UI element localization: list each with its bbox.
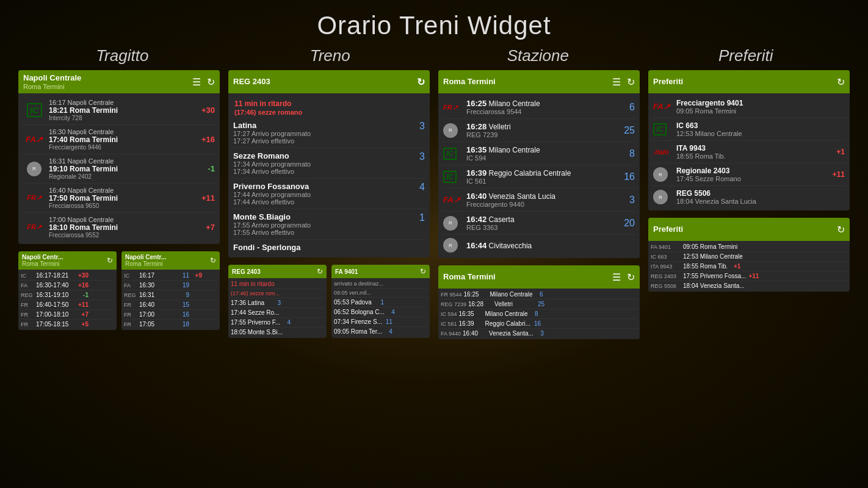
stop-num: 3: [413, 151, 425, 162]
small-row: 06:52 Bologna C... 4: [334, 307, 427, 317]
small-body: FR 9544 16:25 Milano Centrale 6 REG 7239…: [438, 289, 640, 339]
treno-widget: REG 2403 ↻ 11 min in ritardo(17:46) sezz…: [228, 70, 430, 257]
col-header-treno: Treno: [233, 46, 428, 65]
preferiti-refresh-icon[interactable]: ↻: [837, 76, 845, 88]
staz-row: R 16:42 Caserta REG 3363 20: [442, 212, 636, 235]
stazione-small-title: Roma Termini: [443, 272, 496, 282]
staz-num: 25: [621, 125, 635, 136]
stop-name: Monte S.Biagio 17:55 Arrivo programmato …: [233, 212, 413, 236]
small-row: IC 16:17-18:21 +30: [21, 271, 114, 281]
stazione-small-refresh-icon[interactable]: ↻: [627, 271, 635, 283]
pref-logo: .italo: [653, 148, 673, 156]
stop-name: Fondi - Sperlonga: [233, 243, 413, 252]
small-row: REG 16:31-19:10 -1: [21, 290, 114, 300]
train-delay: +16: [197, 135, 215, 144]
preferiti-header: Preferiti ↻: [648, 70, 850, 93]
stazione-title: Roma Termini: [443, 77, 496, 87]
train-info: 16:17 Napoli Centrale 18:21 Roma Termini…: [49, 99, 197, 121]
staz-row: R 16:44 Civitavecchia: [442, 235, 636, 256]
stazione-small-header-icons: ☰ ↻: [612, 271, 635, 283]
small-row: FR 16:40 15: [124, 300, 217, 310]
staz-row: IC 16:39 Reggio Calabria Centrale IC 561…: [442, 165, 636, 188]
tragitto-small-1: Napoli Centr... Roma Termini ↻ IC 16:17-…: [18, 251, 117, 330]
treno-small-grid: REG 2403 ↻ 11 min in ritardo (17:46) sez…: [228, 265, 430, 338]
stazione-column: Roma Termini ☰ ↻ FR↗ 16:25 Milano Centra…: [438, 70, 640, 339]
preferiti-small-widget: Preferiti ↻ FA 9401 09:05 Roma Termini I…: [648, 218, 850, 292]
small-refresh-icon[interactable]: ↻: [210, 256, 216, 265]
tragitto-menu-icon[interactable]: ☰: [192, 76, 201, 88]
staz-logo: R: [443, 216, 463, 231]
small-refresh-icon[interactable]: ↻: [107, 256, 113, 265]
small-row: IC 16:17 11 +9: [124, 271, 217, 281]
small-row: 17:55 Priverno F... 4: [231, 318, 324, 328]
staz-logo: IC: [443, 173, 463, 181]
train-info: 16:40 Napoli Centrale 17:50 Roma Termini…: [49, 187, 197, 209]
small-row: REG 7239 16:28 Velletri 25: [441, 300, 637, 309]
small-body: FA 9401 09:05 Roma Termini IC 663 12:53 …: [648, 241, 850, 292]
small-row: FA 9401 09:05 Roma Termini: [651, 242, 847, 252]
staz-row: IC 16:35 Milano Centrale IC 594 8: [442, 142, 636, 165]
pref-row: .italo ITA 9943 18:55 Roma Tib. +1: [652, 141, 846, 163]
staz-info: 16:35 Milano Centrale IC 594: [466, 145, 621, 162]
small-header: Napoli Centr... Roma Termini ↻: [18, 251, 117, 270]
small-row: FA 9440 16:40 Venezia Santa... 3: [441, 329, 637, 338]
stazione-widget: Roma Termini ☰ ↻ FR↗ 16:25 Milano Centra…: [438, 70, 640, 258]
treno-stop-row: Fondi - Sperlonga: [232, 240, 426, 255]
staz-logo: R: [443, 123, 463, 138]
small-body: arrivato a destinaz... 09:05 ven.mil... …: [331, 278, 430, 337]
pref-info: Regionale 2403 17:45 Sezze Romano: [676, 167, 830, 182]
treno-header: REG 2403 ↻: [228, 70, 430, 93]
small-row: 07:34 Firenze S... 11: [334, 317, 427, 327]
treno-column: REG 2403 ↻ 11 min in ritardo(17:46) sezz…: [228, 70, 430, 339]
train-delay: +11: [197, 193, 215, 203]
small-row: FR 17:05 18: [124, 320, 217, 329]
small-row: IC 594 16:35 Milano Centrale 8: [441, 309, 637, 319]
treno-delay-notice: 11 min in ritardo(17:46) sezze romano: [232, 96, 426, 118]
small-body: 11 min in ritardo (17:46) sezze rom... 1…: [228, 278, 327, 338]
staz-row: FA↗ 16:40 Venezia Santa Lucia Frecciarge…: [442, 188, 636, 212]
tragitto-header-icons: ☰ ↻: [192, 76, 215, 88]
stop-num: 3: [413, 121, 425, 132]
treno-stop-row: Sezze Romano 17:34 Arrivo programmato 17…: [232, 148, 426, 179]
small-refresh-icon[interactable]: ↻: [317, 267, 323, 276]
preferiti-small-refresh-icon[interactable]: ↻: [837, 224, 845, 235]
tragitto-widget: Napoli Centrale Roma Termini ☰ ↻ IC 16:1…: [18, 70, 220, 244]
train-logo-reg: R: [23, 162, 45, 176]
staz-info: 16:44 Civitavecchia: [466, 241, 621, 250]
treno-stop-row: Latina 17:27 Arrivo programmato 17:27 Ar…: [232, 118, 426, 148]
preferiti-column: Preferiti ↻ FA↗ Frecciargento 9401 09:05…: [648, 70, 850, 339]
treno-title: REG 2403: [233, 77, 270, 87]
treno-small-2: FA 9401 ↻ arrivato a destinaz... 09:05 v…: [331, 265, 430, 338]
staz-info: 16:25 Milano Centrale Frecciarossa 9544: [466, 99, 621, 115]
small-row: 17:36 Latina 3: [231, 298, 324, 308]
train-delay: +30: [197, 106, 215, 115]
stazione-body: FR↗ 16:25 Milano Centrale Frecciarossa 9…: [438, 93, 640, 258]
small-refresh-icon[interactable]: ↻: [420, 267, 426, 276]
train-row: IC 16:17 Napoli Centrale 18:21 Roma Term…: [22, 96, 216, 125]
stazione-small-header: Roma Termini ☰ ↻: [438, 265, 640, 289]
treno-stop-row: Monte S.Biagio 17:55 Arrivo programmato …: [232, 209, 426, 240]
staz-row: FR↗ 16:25 Milano Centrale Frecciarossa 9…: [442, 96, 636, 119]
staz-info: 16:39 Reggio Calabria Centrale IC 561: [466, 168, 621, 185]
small-header: REG 2403 ↻: [228, 265, 327, 278]
tragitto-refresh-icon[interactable]: ↻: [207, 76, 215, 88]
staz-num: 20: [621, 218, 635, 229]
train-delay: -1: [197, 164, 215, 173]
pref-info: REG 5506 18:04 Venezia Santa Lucia: [676, 189, 830, 205]
stazione-menu-icon[interactable]: ☰: [612, 76, 621, 88]
small-row: REG 2403 17:55 Priverno Fossa... +11: [651, 271, 847, 281]
small-row: 17:44 Sezze Ro...: [231, 308, 324, 318]
staz-num: 6: [621, 102, 635, 113]
small-row: 09:05 Roma Ter... 4: [334, 327, 427, 336]
pref-row: R REG 5506 18:04 Venezia Santa Lucia: [652, 186, 846, 208]
small-row: FR 17:00 16: [124, 310, 217, 320]
stop-name: Sezze Romano 17:34 Arrivo programmato 17…: [233, 151, 413, 175]
treno-refresh-icon[interactable]: ↻: [417, 76, 425, 88]
staz-num: 3: [621, 195, 635, 206]
staz-num: 16: [621, 171, 635, 182]
preferiti-small-header: Preferiti ↻: [648, 218, 850, 241]
stazione-refresh-icon[interactable]: ↻: [627, 76, 635, 88]
treno-stop-row: Priverno Fossanova 17:44 Arrivo programm…: [232, 179, 426, 209]
page-title: Orario Treni Widget: [0, 0, 868, 46]
stazione-small-menu-icon[interactable]: ☰: [612, 271, 621, 283]
